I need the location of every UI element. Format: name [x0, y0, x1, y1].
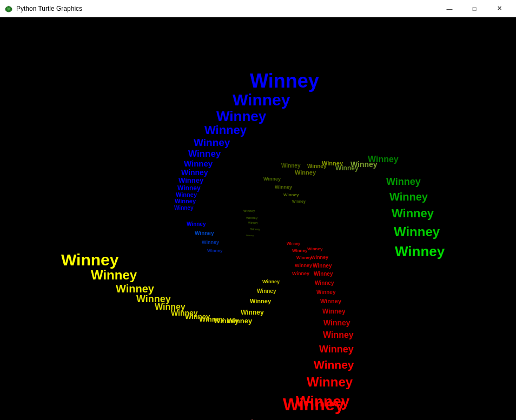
winney-label: Winney	[248, 222, 258, 224]
close-button[interactable]: ✕	[487, 0, 512, 17]
winney-label: Winney	[216, 109, 266, 123]
window-controls: — □ ✕	[437, 0, 512, 17]
winney-label: Winney	[323, 331, 354, 339]
winney-label: Winney	[311, 255, 328, 260]
winney-label: Winney	[395, 244, 445, 258]
winney-label: Winney	[392, 208, 434, 219]
svg-point-6	[8, 6, 10, 8]
turtle-canvas: WinneyWinneyWinneyWinneyWinneyWinneyWinn…	[0, 17, 516, 420]
winney-label: Winney	[389, 191, 428, 202]
winney-label: Winney	[314, 271, 333, 277]
winney-label: Winney	[322, 308, 346, 315]
winney-label: Winney	[292, 271, 309, 276]
winney-label: Winney	[61, 252, 118, 268]
winney-label: Winney	[314, 359, 354, 370]
winney-label: Winney	[176, 192, 197, 198]
winney-label: Winney	[275, 185, 292, 190]
winney-label: Winney	[175, 198, 196, 204]
winney-label: Winney	[296, 256, 312, 260]
winney-label: Winney	[204, 124, 247, 136]
titlebar: Python Turtle Graphics — □ ✕	[0, 0, 516, 17]
winney-label: Winney	[202, 240, 219, 245]
winney-label: Winney	[184, 159, 213, 168]
svg-point-5	[10, 8, 11, 9]
winney-label: Winney	[188, 149, 221, 158]
winney-label: Winney	[283, 396, 345, 413]
svg-point-3	[10, 9, 11, 11]
window-title: Python Turtle Graphics	[16, 5, 437, 12]
winney-label: Winney	[262, 279, 280, 284]
winney-label: Winney	[394, 225, 440, 238]
winney-label: Winney	[207, 249, 222, 253]
maximize-button[interactable]: □	[462, 0, 487, 17]
app-icon	[4, 4, 13, 13]
winney-label: Winney	[246, 235, 254, 237]
winney-label: Winney	[136, 294, 171, 304]
winney-label: Winney	[287, 242, 300, 245]
winney-label: Winney	[246, 216, 257, 219]
winney-label: Winney	[257, 289, 276, 294]
winney-label: Winney	[295, 170, 316, 176]
winney-label: Winney	[386, 177, 421, 186]
winney-label: Winney	[233, 92, 290, 108]
winney-label: Winney	[250, 71, 319, 91]
winney-label: Winney	[263, 177, 281, 182]
winney-label: Winney	[174, 205, 193, 211]
winney-label: Winney	[292, 199, 306, 203]
winney-label: Winney	[241, 309, 264, 316]
winney-label: Winney	[194, 137, 230, 148]
winney-label: Winney	[323, 319, 350, 326]
winney-label: Winney	[320, 298, 341, 304]
winney-label: Winney	[307, 247, 322, 251]
winney-label: Winney	[319, 344, 354, 354]
winney-label: Winney	[195, 231, 214, 236]
winney-label: Winney	[177, 185, 201, 191]
winney-label: Winney	[292, 249, 307, 253]
winney-label: Winney	[187, 222, 206, 227]
winney-label: Winney	[250, 228, 260, 231]
winney-label: Winney	[178, 177, 203, 184]
winney-label: Winney	[313, 263, 332, 269]
winney-label: Winney	[307, 376, 353, 389]
winney-label: Winney	[91, 269, 137, 282]
winney-label: Winney	[316, 290, 335, 295]
winney-label: Winney	[250, 298, 271, 304]
svg-point-4	[6, 8, 7, 9]
winney-label: Winney	[368, 155, 399, 164]
winney-label: Winney	[181, 169, 208, 176]
winney-label: Winney	[295, 263, 312, 268]
svg-point-2	[6, 9, 8, 11]
winney-label: Winney	[281, 163, 300, 169]
winney-label: Winney	[283, 193, 299, 197]
winney-label: Winney	[315, 281, 334, 286]
winney-label: Winney	[243, 209, 255, 212]
winney-label: Winney	[116, 283, 154, 294]
minimize-button[interactable]: —	[437, 0, 462, 17]
